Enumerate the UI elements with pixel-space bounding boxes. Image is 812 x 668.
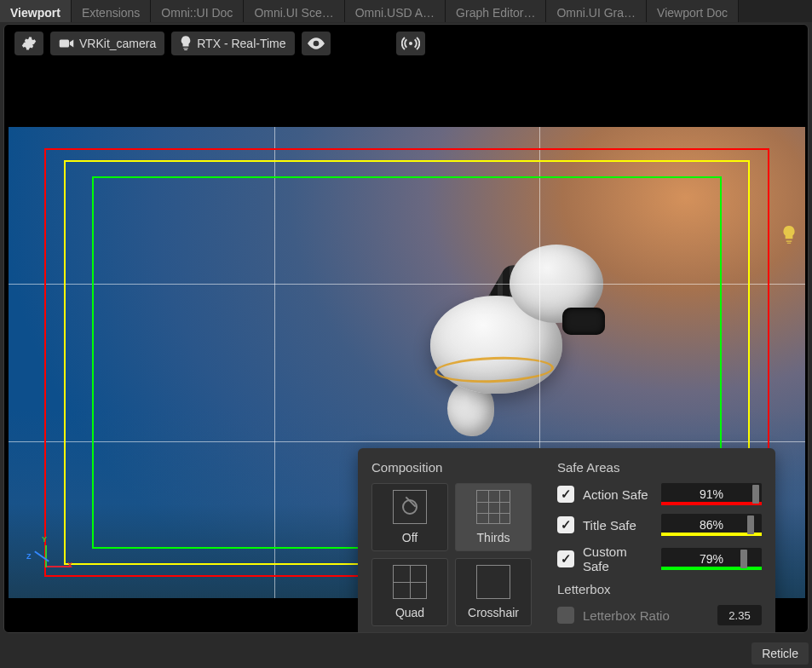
safe-areas-header: Safe Areas [557, 460, 762, 475]
viewport-panel: VRKit_camera RTX - Real-Time [3, 24, 809, 633]
title-safe-slider[interactable]: 86% [661, 514, 762, 536]
title-safe-value: 86% [700, 518, 723, 532]
action-safe-checkbox[interactable]: ✓ [557, 486, 574, 503]
crosshair-icon [476, 565, 510, 599]
title-safe-label: Title Safe [583, 518, 653, 533]
safe-row-custom: ✓Custom Safe79% [557, 544, 762, 573]
reticle-popup: Composition OffThirdsQuadCrosshair Safe … [358, 448, 775, 633]
eye-icon [308, 37, 325, 49]
composition-option-off[interactable]: Off [371, 483, 448, 551]
reticle-button[interactable]: Reticle [752, 642, 809, 665]
quad-icon [393, 565, 427, 599]
axis-x-label: X [67, 561, 72, 569]
tab-viewport[interactable]: Viewport [0, 0, 72, 22]
visibility-button[interactable] [302, 32, 331, 55]
tab-omni-usd-a-[interactable]: Omni.USD A… [345, 0, 446, 22]
svg-point-1 [409, 42, 412, 45]
letterbox-header: Letterbox [557, 582, 762, 596]
tab-omni-ui-doc[interactable]: Omni::UI Doc [151, 0, 244, 22]
safe-row-title: ✓Title Safe86% [557, 514, 762, 536]
settings-button[interactable] [14, 32, 43, 55]
broadcast-icon [401, 37, 420, 50]
camera-icon [59, 37, 74, 49]
light-gizmo-icon[interactable] [780, 225, 798, 245]
letterbox-checkbox[interactable] [557, 607, 574, 624]
composition-option-label: Off [402, 531, 418, 544]
composition-option-label: Quad [395, 606, 424, 619]
svg-rect-0 [60, 40, 69, 48]
camera-label: VRKit_camera [79, 37, 156, 50]
composition-option-crosshair[interactable]: Crosshair [455, 558, 532, 626]
safe-row-action: ✓Action Safe91% [557, 483, 762, 505]
tab-extensions[interactable]: Extensions [72, 0, 151, 22]
safe-areas-section: Safe Areas ✓Action Safe91%✓Title Safe86%… [557, 460, 762, 633]
tab-bar: ViewportExtensionsOmni::UI DocOmni.UI Sc… [0, 0, 812, 22]
reticle-button-label: Reticle [762, 647, 798, 660]
action-safe-label: Action Safe [583, 487, 653, 502]
viewport-toolbar: VRKit_camera RTX - Real-Time [14, 32, 331, 55]
tab-graph-editor-[interactable]: Graph Editor… [446, 0, 546, 22]
composition-section: Composition OffThirdsQuadCrosshair [371, 460, 538, 633]
custom-safe-checkbox[interactable]: ✓ [557, 550, 574, 567]
title-safe-checkbox[interactable]: ✓ [557, 516, 574, 533]
tab-omni-ui-sce-[interactable]: Omni.UI Sce… [244, 0, 344, 22]
custom-safe-slider[interactable]: 79% [661, 548, 762, 570]
letterbox-ratio-field[interactable]: 2.35 [717, 605, 762, 625]
composition-option-label: Thirds [477, 531, 510, 544]
broadcast-button[interactable] [396, 32, 425, 55]
gear-icon [21, 36, 37, 51]
custom-safe-label: Custom Safe [583, 544, 653, 573]
letterbox-ratio-value: 2.35 [728, 609, 750, 622]
composition-option-label: Crosshair [468, 606, 519, 619]
axis-z-label: Z [26, 552, 32, 561]
letterbox-label: Letterbox Ratio [583, 608, 709, 623]
action-safe-slider[interactable]: 91% [661, 483, 762, 505]
composition-option-thirds[interactable]: Thirds [455, 483, 532, 551]
composition-header: Composition [371, 460, 538, 475]
action-safe-value: 91% [700, 487, 723, 501]
custom-safe-value: 79% [700, 552, 723, 566]
tab-viewport-doc[interactable]: Viewport Doc [647, 0, 739, 22]
letterbox-row: Letterbox Ratio 2.35 [557, 605, 762, 625]
thirds-icon [476, 490, 510, 524]
tab-omni-ui-gra-[interactable]: Omni.UI Gra… [546, 0, 647, 22]
off-icon [393, 490, 427, 524]
render-mode-label: RTX - Real-Time [197, 37, 285, 50]
axis-y-label: Y [42, 535, 47, 544]
axis-gizmo[interactable]: X Y Z [30, 540, 72, 583]
lightbulb-icon [180, 36, 192, 51]
render-mode-selector[interactable]: RTX - Real-Time [171, 32, 294, 55]
composition-option-quad[interactable]: Quad [371, 558, 448, 626]
camera-selector[interactable]: VRKit_camera [50, 32, 164, 55]
